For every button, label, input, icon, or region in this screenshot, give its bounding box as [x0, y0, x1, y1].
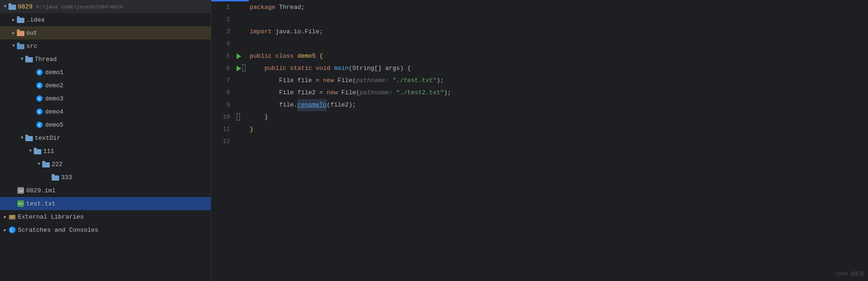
tree-item-textdir[interactable]: ▼ textDir: [0, 131, 211, 144]
svg-rect-0: [8, 5, 16, 10]
folder-222-label: 222: [52, 161, 62, 168]
tree-item-extlib[interactable]: ▶ External Libraries: [0, 210, 211, 223]
svg-rect-6: [17, 44, 24, 49]
tree-item-testtxt[interactable]: TXT test.txt: [0, 197, 211, 210]
arrow-root: ▼: [2, 3, 8, 10]
iml-icon: iml: [17, 187, 24, 194]
svg-rect-17: [52, 174, 54, 176]
token-3-2: java.io.File;: [276, 26, 323, 38]
tree-item-demo4[interactable]: C demo4: [0, 105, 211, 118]
bookmark-line6: [242, 64, 246, 72]
code-line-9: file.renameTo(file2);: [246, 99, 868, 111]
run-arrow-line5[interactable]: [237, 53, 241, 59]
tree-item-iml[interactable]: iml 0829.iml: [0, 184, 211, 197]
tree-item-demo5[interactable]: C demo5: [0, 118, 211, 131]
extlib-label: External Libraries: [18, 213, 84, 220]
tree-item-root[interactable]: ▼ 0829 D:\java code\java202304\0829: [0, 0, 211, 13]
run-arrow-line6[interactable]: [237, 66, 241, 71]
token-5-1: public: [250, 50, 276, 62]
svg-rect-14: [42, 162, 50, 167]
token-8-4: pathname:: [360, 87, 396, 99]
svg-rect-16: [52, 175, 59, 181]
token-8-3: File(: [341, 87, 360, 99]
code-line-11: }: [246, 123, 868, 136]
testtxt-icon: TXT: [17, 200, 24, 207]
token-10-1: }: [250, 111, 268, 123]
tree-item-222[interactable]: ▼ 222: [0, 158, 211, 171]
token-7-3: File(: [338, 75, 356, 87]
svg-rect-23: [10, 216, 15, 217]
tree-item-thread[interactable]: ▼ Thread: [0, 53, 211, 66]
svg-rect-3: [17, 16, 20, 18]
gutter: [235, 1, 246, 281]
arrow-extlib: ▶: [2, 213, 8, 220]
folder-333-icon: [52, 174, 59, 181]
tree-item-111[interactable]: ▼ 111: [0, 144, 211, 158]
scratch-label: Scratches and Consoles: [18, 227, 99, 234]
svg-rect-7: [17, 43, 20, 45]
scratch-icon: C: [8, 226, 16, 234]
demo3-label: demo3: [45, 95, 63, 102]
thread-folder-icon: [25, 55, 33, 63]
textdir-folder-icon: [25, 134, 33, 142]
tree-item-src[interactable]: ▼ src: [0, 39, 211, 53]
token-9-2: renameTo: [297, 99, 326, 111]
svg-rect-1: [8, 3, 11, 5]
code-area[interactable]: package Thread; import java.io.File; pub…: [246, 1, 868, 281]
token-3-1: import: [250, 26, 276, 38]
tree-item-scratch[interactable]: ▶ C Scratches and Consoles: [0, 223, 211, 236]
token-7-2: new: [323, 75, 338, 87]
arrow-scratch: ▶: [2, 227, 8, 233]
tree-item-demo2[interactable]: C demo2: [0, 79, 211, 92]
token-6-0: [250, 62, 264, 75]
token-8-1: File file2 =: [250, 87, 327, 99]
watermark: CSDN @墨淡: [835, 270, 864, 277]
out-label: out: [26, 30, 37, 37]
svg-rect-13: [34, 148, 37, 150]
token-1-2: Thread;: [279, 1, 305, 14]
tree-item-demo3[interactable]: C demo3: [0, 92, 211, 105]
folder-333-label: 333: [61, 174, 72, 181]
token-6-1: public: [264, 62, 290, 75]
code-line-8: File file2 = new File(pathname: "./test2…: [246, 87, 868, 99]
bookmark-line10: [237, 113, 240, 121]
svg-rect-5: [17, 30, 20, 31]
token-7-5: "./test.txt": [392, 75, 437, 87]
folder-111-label: 111: [43, 148, 54, 155]
arrow-111: ▼: [27, 148, 34, 154]
demo5-icon: C: [36, 121, 43, 129]
svg-rect-24: [10, 217, 15, 218]
code-line-2: [246, 14, 868, 26]
token-5-2: class: [276, 50, 298, 62]
token-7-6: );: [437, 75, 444, 87]
tree-item-333[interactable]: 333: [0, 171, 211, 184]
token-1-1: package: [250, 1, 279, 14]
demo2-icon: C: [36, 82, 43, 89]
tree-item-idea[interactable]: ▶ .idea: [0, 13, 211, 26]
svg-rect-2: [17, 18, 24, 23]
tree-item-out[interactable]: ▶ out: [0, 26, 211, 39]
root-folder-icon: [8, 3, 16, 10]
tree-item-demo1[interactable]: C demo1: [0, 66, 211, 79]
code-line-4: [246, 38, 868, 50]
token-6-4: main: [334, 62, 348, 75]
arrow-src: ▼: [10, 43, 17, 49]
token-9-1: file.: [250, 99, 297, 111]
token-7-1: File file =: [250, 75, 323, 87]
arrow-idea: ▶: [10, 16, 17, 23]
line-numbers: 1 2 3 4 5 6 7 8 9 10 11 12: [211, 1, 235, 281]
token-8-2: new: [327, 87, 341, 99]
token-5-4: {: [319, 50, 323, 62]
svg-text:C: C: [10, 228, 13, 233]
idea-folder-icon: [17, 16, 24, 23]
src-label: src: [26, 43, 37, 50]
textdir-label: textDir: [35, 135, 61, 142]
svg-rect-11: [25, 135, 28, 137]
code-editor: 1 2 3 4 5 6 7 8 9 10 11 12: [211, 0, 868, 281]
project-sidebar: ▼ 0829 D:\java code\java202304\0829 ▶ .i…: [0, 0, 211, 281]
svg-text:iml: iml: [18, 189, 24, 193]
code-line-1: package Thread;: [246, 1, 868, 14]
token-9-3: (file2);: [327, 99, 356, 111]
editor-content: 1 2 3 4 5 6 7 8 9 10 11 12: [211, 1, 868, 281]
svg-rect-9: [25, 56, 28, 58]
